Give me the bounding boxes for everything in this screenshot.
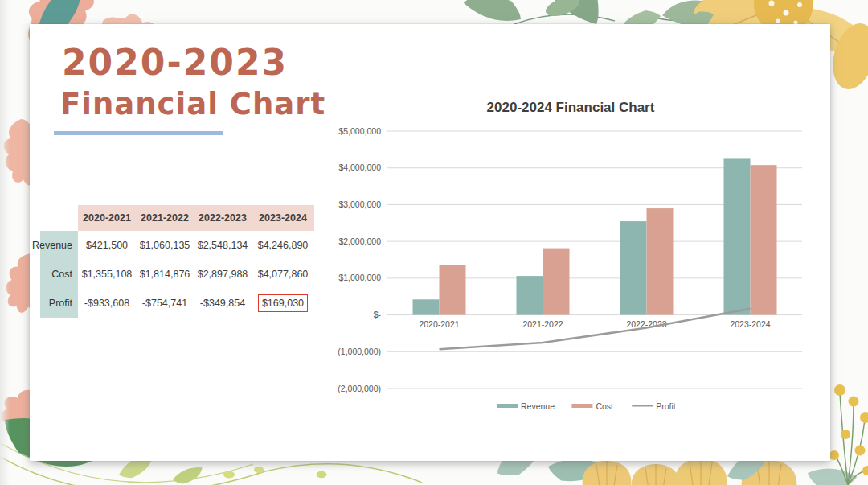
table-header-year4: 2023-2024 xyxy=(252,205,314,231)
table-cell-revenue-3: $2,548,134 xyxy=(194,231,252,260)
legend-label-cost: Cost xyxy=(596,401,613,411)
bar-cost-2023-2024 xyxy=(751,165,777,314)
table-corner-cell xyxy=(40,205,78,231)
slide-title-line2: Financial Chart xyxy=(60,87,326,121)
x-axis-category-label: 2020-2021 xyxy=(419,319,459,329)
table-cell-cost-3: $2,897,988 xyxy=(194,260,252,289)
table-cell-revenue-4: $4,246,890 xyxy=(252,231,314,260)
y-axis-tick-label: $(2,000,000) xyxy=(338,384,381,393)
title-underline xyxy=(54,131,223,135)
bar-cost-2020-2021 xyxy=(440,265,466,315)
legend-swatch-cost xyxy=(571,404,592,408)
bar-cost-2022-2023 xyxy=(647,208,674,314)
y-axis-tick-label: $2,000,000 xyxy=(338,236,381,246)
page-edge-shade xyxy=(0,0,10,485)
legend-label-profit: Profit xyxy=(656,401,676,411)
y-axis-tick-label: $1,000,000 xyxy=(338,273,381,282)
slide-title-line1: 2020-2023 xyxy=(62,42,288,83)
legend-swatch-revenue xyxy=(497,404,518,408)
y-axis-tick-label: $5,000,000 xyxy=(338,126,381,136)
x-axis-category-label: 2021-2022 xyxy=(522,319,563,329)
table-cell-profit-1: -$933,608 xyxy=(78,289,136,318)
table-header-year1: 2020-2021 xyxy=(78,205,136,231)
bar-cost-2021-2022 xyxy=(543,249,570,315)
y-axis-tick-label: $4,000,000 xyxy=(338,162,381,172)
bar-revenue-2020-2021 xyxy=(413,299,440,314)
bar-revenue-2022-2023 xyxy=(620,221,647,314)
table-cell-profit-2: -$754,741 xyxy=(136,289,194,318)
table-header-year3: 2022-2023 xyxy=(194,205,252,231)
highlighted-profit-value: $169,030 xyxy=(258,294,308,312)
bar-revenue-2023-2024 xyxy=(724,158,751,314)
table-header-year2: 2021-2022 xyxy=(136,205,194,231)
y-axis-tick-label: $3,000,000 xyxy=(338,199,381,209)
table-cell-profit-3: -$349,854 xyxy=(194,289,252,318)
legend-label-revenue: Revenue xyxy=(521,401,555,411)
y-axis-tick-label: $(1,000,000) xyxy=(338,347,381,356)
table-row-label-cost: Cost xyxy=(40,260,78,289)
slide-card: 2020-2023 Financial Chart 2020-2021 2021… xyxy=(30,24,830,461)
bar-revenue-2021-2022 xyxy=(517,276,543,314)
table-row-label-profit: Profit xyxy=(40,289,78,318)
table-cell-cost-1: $1,355,108 xyxy=(78,260,136,289)
y-axis-tick-label: $- xyxy=(374,310,382,319)
table-cell-revenue-2: $1,060,135 xyxy=(136,231,194,260)
table-cell-profit-4: $169,030 xyxy=(252,289,314,318)
table-row-label-revenue: Revenue xyxy=(40,231,78,260)
slide-stage: { "slide": { "title_line1": "2020-2023",… xyxy=(0,0,868,485)
x-axis-category-label: 2023-2024 xyxy=(730,319,770,329)
table-cell-revenue-1: $421,500 xyxy=(78,231,136,260)
financial-bar-line-chart: 2020-2024 Financial Chart$5,000,000$4,00… xyxy=(338,92,820,422)
table-cell-cost-2: $1,814,876 xyxy=(136,260,194,289)
financial-table: 2020-2021 2021-2022 2022-2023 2023-2024 … xyxy=(40,205,314,318)
chart-title: 2020-2024 Financial Chart xyxy=(487,100,655,115)
table-cell-cost-4: $4,077,860 xyxy=(252,260,314,289)
